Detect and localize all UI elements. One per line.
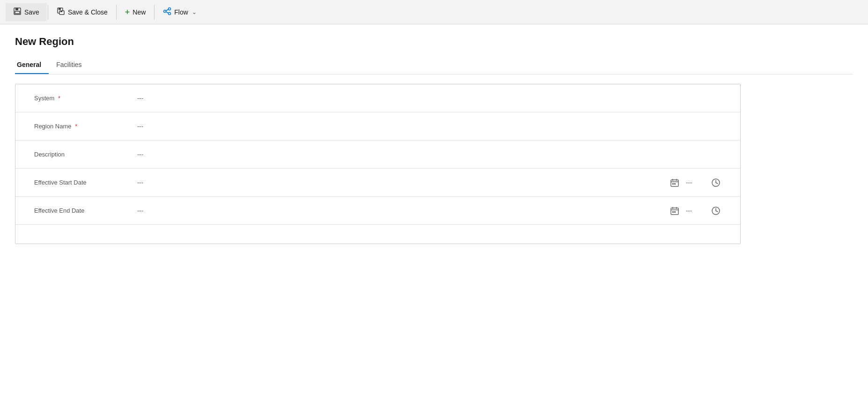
svg-line-11 xyxy=(166,12,169,13)
tab-general[interactable]: General xyxy=(15,57,49,74)
effective-end-date-value[interactable]: --- xyxy=(137,207,669,214)
system-value[interactable]: --- xyxy=(137,95,721,102)
effective-start-date-content: --- --- xyxy=(137,177,721,188)
svg-point-7 xyxy=(164,10,166,12)
svg-rect-2 xyxy=(15,11,20,14)
svg-point-9 xyxy=(169,12,171,15)
effective-end-date-right: --- xyxy=(669,205,721,216)
svg-rect-25 xyxy=(672,211,674,213)
effective-start-date-right: --- xyxy=(669,177,721,188)
region-name-row: Region Name * --- xyxy=(15,112,740,141)
form-row-empty xyxy=(15,225,740,244)
effective-end-time-icon[interactable] xyxy=(710,205,721,216)
region-name-label: Region Name * xyxy=(34,123,137,130)
system-required-star: * xyxy=(58,95,60,102)
effective-start-date-label: Effective Start Date xyxy=(34,179,137,186)
new-button[interactable]: + New xyxy=(118,4,154,20)
effective-start-date-calendar-icon[interactable] xyxy=(669,177,680,188)
save-label: Save xyxy=(24,8,39,16)
flow-button[interactable]: Flow ⌄ xyxy=(155,3,204,21)
save-close-label: Save & Close xyxy=(68,8,108,16)
toolbar-divider-3 xyxy=(154,5,154,20)
description-label: Description xyxy=(34,151,137,158)
save-close-icon xyxy=(57,7,65,17)
tabs-container: General Facilities xyxy=(15,57,853,74)
toolbar-divider-1 xyxy=(48,5,48,20)
effective-end-date-label: Effective End Date xyxy=(34,207,137,214)
flow-chevron-icon: ⌄ xyxy=(192,9,197,15)
system-row: System * --- xyxy=(15,84,740,112)
page-content: New Region General Facilities System * -… xyxy=(0,24,868,255)
flow-label: Flow xyxy=(174,8,188,16)
svg-rect-4 xyxy=(59,8,61,10)
region-name-required-star: * xyxy=(75,123,77,130)
tab-facilities[interactable]: Facilities xyxy=(54,57,89,74)
flow-icon xyxy=(163,7,171,17)
effective-end-date-row: Effective End Date --- xyxy=(15,197,740,225)
effective-start-date-value[interactable]: --- xyxy=(137,179,669,186)
svg-rect-6 xyxy=(60,11,62,12)
svg-rect-1 xyxy=(15,8,18,10)
save-close-button[interactable]: Save & Close xyxy=(49,3,115,21)
svg-rect-17 xyxy=(674,183,676,185)
region-name-value[interactable]: --- xyxy=(137,123,721,130)
toolbar-divider-2 xyxy=(116,5,117,20)
toolbar: Save Save & Close + New xyxy=(0,0,868,24)
system-label: System * xyxy=(34,95,137,102)
effective-start-time-value[interactable]: --- xyxy=(686,179,705,186)
description-value[interactable]: --- xyxy=(137,151,721,158)
new-icon: + xyxy=(125,8,130,16)
page-title: New Region xyxy=(15,36,853,48)
svg-line-10 xyxy=(166,9,169,11)
description-row: Description --- xyxy=(15,141,740,169)
svg-rect-16 xyxy=(672,183,674,185)
effective-start-time-icon[interactable] xyxy=(710,177,721,188)
new-label: New xyxy=(132,8,146,16)
effective-start-date-row: Effective Start Date --- xyxy=(15,169,740,197)
effective-end-date-calendar-icon[interactable] xyxy=(669,205,680,216)
form-container: System * --- Region Name * --- Descripti… xyxy=(15,84,741,244)
effective-end-date-content: --- --- xyxy=(137,205,721,216)
save-button[interactable]: Save xyxy=(6,3,47,21)
effective-end-time-value[interactable]: --- xyxy=(686,207,705,214)
svg-line-29 xyxy=(716,211,718,212)
svg-line-20 xyxy=(716,183,718,184)
save-icon xyxy=(13,7,22,17)
svg-rect-26 xyxy=(674,211,676,213)
svg-point-8 xyxy=(169,7,171,10)
